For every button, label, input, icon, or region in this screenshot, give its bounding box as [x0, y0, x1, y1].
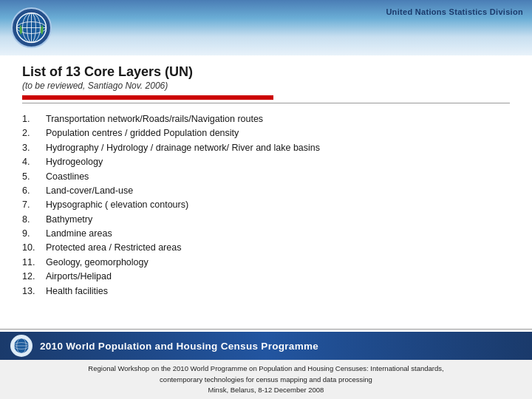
list-item-number: 6. [22, 184, 46, 198]
list-item-text: Hydrogeology [46, 155, 103, 169]
list-item-text: Health facilities [46, 284, 108, 299]
footer-line2: contemporary technologies for census map… [11, 375, 521, 385]
main-content: List of 13 Core Layers (UN) (to be revie… [0, 55, 532, 304]
list-item-text: Transportation network/Roads/rails/Navig… [46, 112, 263, 126]
list-item-number: 12. [22, 270, 46, 284]
list-item: 5.Coastlines [22, 170, 510, 184]
list-item: 6.Land-cover/Land-use [22, 184, 510, 198]
list-item-text: Coastlines [46, 170, 89, 184]
grey-line-top [22, 103, 510, 103]
list-item-number: 13. [22, 284, 46, 299]
list-item-number: 7. [22, 198, 46, 212]
list-item: 2.Population centres / gridded Populatio… [22, 126, 510, 140]
list-item-text: Hypsographic ( elevation contours) [46, 198, 188, 212]
list-item-text: Airports/Helipad [46, 270, 112, 284]
list-item: 12.Airports/Helipad [22, 270, 510, 284]
list-item-number: 3. [22, 141, 46, 155]
un-logo [11, 7, 52, 48]
list-item-text: Population centres / gridded Population … [46, 126, 239, 140]
footer-line1: Regional Workshop on the 2010 World Prog… [11, 364, 521, 374]
list-item-text: Landmine areas [46, 227, 112, 241]
bottom-banner: 2010 World Population and Housing Census… [0, 332, 532, 360]
list-item: 3.Hydrography / Hydrology / drainage net… [22, 141, 510, 155]
list-item-text: Geology, geomorphology [46, 256, 149, 270]
list-item-number: 8. [22, 213, 46, 227]
list-item-text: Protected area / Restricted areas [46, 241, 181, 255]
grey-line-bottom [0, 329, 532, 330]
list-item-text: Bathymetry [46, 213, 92, 227]
page-subtitle: (to be reviewed, Santiago Nov. 2006) [22, 81, 510, 91]
core-layers-list: 1.Transportation network/Roads/rails/Nav… [22, 109, 510, 299]
list-item-number: 4. [22, 155, 46, 169]
list-item-number: 5. [22, 170, 46, 184]
bottom-un-logo [10, 335, 33, 357]
un-division-label: United Nations Statistics Division [386, 7, 523, 16]
bottom-section: 2010 World Population and Housing Census… [0, 327, 532, 399]
list-item-text: Land-cover/Land-use [46, 184, 133, 198]
list-item: 9.Landmine areas [22, 227, 510, 241]
list-item: 4.Hydrogeology [22, 155, 510, 169]
list-item: 1.Transportation network/Roads/rails/Nav… [22, 112, 510, 126]
title-section: List of 13 Core Layers (UN) (to be revie… [22, 64, 510, 91]
red-divider [22, 95, 273, 100]
bottom-footer: Regional Workshop on the 2010 World Prog… [0, 360, 532, 399]
list-item-text: Hydrography / Hydrology / drainage netwo… [46, 141, 320, 155]
list-item: 10.Protected area / Restricted areas [22, 241, 510, 255]
list-item-number: 10. [22, 241, 46, 255]
list-item: 11.Geology, geomorphology [22, 256, 510, 270]
list-item: 7.Hypsographic ( elevation contours) [22, 198, 510, 212]
list-item: 8.Bathymetry [22, 213, 510, 227]
list-item-number: 1. [22, 112, 46, 126]
footer-line3: Minsk, Belarus, 8-12 December 2008 [11, 385, 521, 395]
top-bar: United Nations Statistics Division [0, 0, 532, 55]
list-item-number: 9. [22, 227, 46, 241]
page-title: List of 13 Core Layers (UN) [22, 64, 510, 80]
list-item-number: 2. [22, 126, 46, 140]
bottom-banner-text: 2010 World Population and Housing Census… [40, 341, 318, 352]
list-item: 13.Health facilities [22, 284, 510, 299]
list-item-number: 11. [22, 256, 46, 270]
